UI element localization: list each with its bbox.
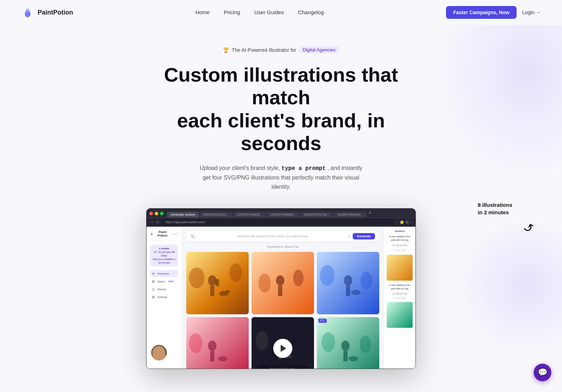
svg-point-35 — [256, 331, 268, 350]
credits-reset: New you available in 18 minutes — [152, 258, 176, 265]
nav-user-guides[interactable]: User Guides — [254, 9, 284, 15]
credits-detail: 22 / 25 prompts left today — [152, 250, 176, 258]
browser-tab-4[interactable]: 1053970791796... — [300, 212, 333, 217]
annotation-line2: in 2 minutes — [478, 209, 509, 215]
svg-point-3 — [27, 8, 28, 10]
svg-rect-10 — [215, 279, 219, 287]
maximize-dot — [160, 212, 164, 215]
browser-tab-active[interactable]: Generate vectors — [167, 212, 199, 217]
browser-wrapper: 8 illustrations in 2 minutes ↷ Generate … — [7, 208, 555, 369]
browser-tab-5[interactable]: 1053970802480... — [334, 212, 367, 217]
hero-title: Custom illustrations that match each cli… — [153, 64, 409, 155]
close-dot — [149, 212, 153, 215]
svg-point-16 — [276, 275, 284, 286]
svg-point-41 — [359, 336, 371, 353]
login-button[interactable]: Login → — [522, 10, 541, 15]
beta-badge: beta — [168, 280, 174, 283]
variation-desc: A man walking in the park with his dog — [387, 235, 413, 242]
svg-point-21 — [344, 275, 352, 286]
filter-icon[interactable]: ≡ — [348, 234, 351, 238]
nav-right: Faster Campaigns, Now Login → — [446, 6, 541, 19]
hero-badge: 🏆 The AI-Powered Illustrator for Digital… — [223, 46, 339, 54]
styles-icon: ⊞ — [151, 280, 155, 283]
svg-point-8 — [208, 275, 216, 286]
svg-point-13 — [189, 267, 204, 288]
illus-svg-3 — [317, 252, 379, 314]
nav-home[interactable]: Home — [195, 9, 210, 15]
search-icon: 🔍 — [191, 234, 194, 238]
user-avatar[interactable] — [150, 344, 168, 361]
logo-link[interactable]: PaintPotion — [21, 6, 73, 19]
generate-icon: ✦ — [151, 272, 155, 275]
badge-highlight: Digital Agencies — [299, 46, 339, 54]
nav-pricing[interactable]: Pricing — [224, 9, 240, 15]
sidebar-item-styles[interactable]: ⊞ Styles beta — [150, 278, 178, 285]
logo-icon — [21, 6, 34, 19]
search-actions: ≡ Generate — [348, 233, 375, 239]
browser-tabs-bar: Generate vectors 1053970723310... 105397… — [147, 209, 415, 218]
svg-point-25 — [360, 272, 372, 289]
svg-point-12 — [226, 290, 230, 293]
nav-links: Home Pricing User Guides Changelog — [195, 9, 324, 16]
svg-rect-9 — [210, 286, 214, 296]
hero-title-line1: Custom illustrations that match — [164, 64, 398, 109]
svg-point-39 — [348, 356, 358, 361]
illus-svg-6 — [317, 317, 379, 369]
svg-point-29 — [218, 356, 227, 361]
hero-section: 🏆 The AI-Powered Illustrator for Digital… — [0, 25, 562, 370]
search-bar[interactable]: 🔍 Describe the content of the vector you… — [186, 231, 379, 242]
history-icon: ◷ — [151, 287, 155, 291]
illustration-2 — [252, 252, 314, 314]
sidebar-history-label: History — [157, 288, 166, 291]
svg-point-19 — [293, 270, 303, 286]
minimize-dot — [155, 212, 158, 215]
hero-title-line2: each client's brand, in seconds — [177, 109, 385, 154]
app-main: 🔍 Describe the content of the vector you… — [182, 227, 384, 369]
refresh-icon[interactable]: ↻ — [156, 220, 159, 224]
nav-changelog[interactable]: Changelog — [298, 9, 324, 15]
illus-svg-1 — [186, 252, 249, 314]
browser-mockup: Generate vectors 1053970723310... 105397… — [146, 208, 416, 369]
variation-label: Variation — [387, 230, 413, 233]
url-text: https://app.paint-potion.com — [165, 220, 205, 224]
illustration-6: SVG SVG — [317, 317, 379, 369]
illustrations-area: Powered by ✳ loom 4 min ⚡ 3 min 19 sec — [186, 252, 379, 369]
settings-icon: ⚙ — [151, 295, 155, 299]
browser-tab-3[interactable]: 1053970756080... — [266, 212, 299, 217]
svg-point-18 — [258, 274, 271, 293]
chat-icon: 💬 — [538, 368, 547, 377]
browser-tab-2[interactable]: 1053970734435... — [233, 212, 266, 217]
hero-subtitle: Upload your client's brand style, type a… — [196, 164, 366, 192]
logo-text: PaintPotion — [38, 9, 73, 16]
svg-rect-28 — [210, 351, 214, 361]
style-tag: ⊕ Vibrant Flat — [387, 244, 413, 247]
browser-tab-1[interactable]: 1053970723310... — [199, 212, 232, 217]
avatar-face — [153, 346, 165, 360]
play-triangle-icon — [281, 345, 286, 352]
panel-thumb-1 — [387, 255, 413, 281]
illustration-video[interactable]: Powered by ✳ loom 4 min ⚡ 3 min 19 sec — [252, 317, 314, 369]
illustrations-grid: Powered by ✳ loom 4 min ⚡ 3 min 19 sec — [186, 252, 379, 369]
url-bar[interactable]: https://app.paint-potion.com — [162, 219, 394, 225]
sidebar-item-settings[interactable]: ⚙ Settings — [150, 293, 178, 300]
nav-back-icon[interactable]: ‹ › — [150, 220, 153, 224]
app-name-text: Paint Potion — [155, 230, 170, 237]
svg-rect-17 — [278, 286, 282, 296]
svg-point-30 — [189, 333, 202, 353]
time-ago-1: 23 hours ago — [387, 249, 413, 252]
subtitle-part1: Upload your client's brand style, — [200, 165, 280, 171]
panel-thumb-2 — [387, 302, 413, 328]
generate-button[interactable]: Generate — [353, 233, 375, 239]
loom-powered-text: Powered by ✳ loom — [270, 367, 295, 369]
new-tab-icon[interactable]: + — [369, 210, 371, 217]
illustration-4 — [186, 317, 249, 369]
sidebar-item-history[interactable]: ◷ History — [150, 286, 178, 293]
sidebar-item-generate[interactable]: ✦ Generate — [150, 270, 178, 277]
app-version: v0.4.6 — [172, 233, 178, 235]
chat-button[interactable]: 💬 — [534, 364, 551, 381]
subtitle-typed: type a prompt — [281, 165, 326, 172]
play-button[interactable] — [273, 339, 292, 358]
svg-point-14 — [230, 264, 242, 282]
illus-svg-4 — [186, 317, 249, 369]
cta-button[interactable]: Faster Campaigns, Now — [446, 6, 517, 19]
